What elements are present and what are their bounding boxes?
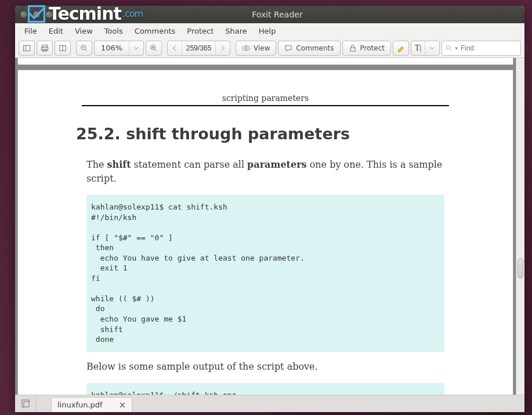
app-window: Foxit Reader File Edit View Tools Commen… <box>15 6 524 412</box>
sidebar-toggle-button[interactable] <box>19 41 35 56</box>
tabbar: linuxfun.pdf × <box>15 395 524 412</box>
protect-button[interactable]: Protect <box>342 41 391 56</box>
section-heading: 25.2. shift through parameters <box>76 125 455 143</box>
document-viewport[interactable]: scripting parameters 25.2. shift through… <box>15 58 524 395</box>
text-tool-button[interactable]: T| <box>411 41 425 55</box>
window-title: Foxit Reader <box>58 10 520 19</box>
prev-page-button[interactable] <box>168 41 182 55</box>
svg-point-18 <box>447 45 450 49</box>
svg-point-15 <box>243 46 249 50</box>
document-tab[interactable]: linuxfun.pdf × <box>51 397 132 412</box>
zoom-level[interactable]: 106% <box>94 41 144 56</box>
svg-rect-17 <box>350 48 355 51</box>
svg-rect-1 <box>23 45 30 51</box>
running-head: scripting parameters <box>82 93 449 106</box>
menubar: File Edit View Tools Comments Protect Sh… <box>15 23 524 38</box>
svg-line-9 <box>85 49 88 51</box>
scroll-thumb[interactable] <box>517 258 523 279</box>
prev-page-edge <box>17 58 513 65</box>
svg-rect-3 <box>42 45 48 47</box>
search-icon <box>446 44 452 52</box>
menu-comments[interactable]: Comments <box>129 24 181 38</box>
zoom-out-button[interactable] <box>76 41 92 56</box>
zoom-dropdown[interactable] <box>129 41 143 55</box>
menu-file[interactable]: File <box>19 24 43 38</box>
svg-line-12 <box>155 49 157 51</box>
protect-label: Protect <box>360 44 385 52</box>
comments-label: Comments <box>296 44 334 52</box>
find-input[interactable] <box>461 44 517 52</box>
close-tab-icon[interactable]: × <box>119 400 126 410</box>
page-current: 259 <box>186 44 198 52</box>
text-tool[interactable]: T| <box>411 41 440 56</box>
svg-line-19 <box>450 49 451 50</box>
page: scripting parameters 25.2. shift through… <box>17 70 513 395</box>
close-icon[interactable] <box>20 10 28 19</box>
text-tool-dropdown[interactable] <box>425 41 439 55</box>
vertical-scrollbar[interactable] <box>516 58 524 395</box>
tab-label: linuxfun.pdf <box>57 400 103 409</box>
svg-rect-20 <box>22 400 29 407</box>
menu-protect[interactable]: Protect <box>181 24 219 38</box>
menu-tools[interactable]: Tools <box>99 24 129 38</box>
find-dropdown-icon[interactable]: ▾ <box>455 45 458 51</box>
titlebar[interactable]: Foxit Reader <box>15 6 524 23</box>
page-total: 365 <box>200 44 211 52</box>
print-button[interactable] <box>37 41 53 56</box>
view-label: View <box>254 44 270 52</box>
comments-button[interactable]: Comments <box>278 41 340 56</box>
toolbar: 106% 259/365 View Comments Protect <box>15 38 524 58</box>
paragraph-2: Below is some sample output of the scrip… <box>86 360 444 374</box>
menu-share[interactable]: Share <box>219 24 253 38</box>
view-button[interactable]: View <box>236 41 276 56</box>
page-indicator[interactable]: 259/365 <box>182 41 216 55</box>
panel-toggle-button[interactable] <box>15 395 36 412</box>
svg-point-16 <box>245 47 247 49</box>
page-nav: 259/365 <box>167 41 230 56</box>
code-block-1: kahlan@solexp11$ cat shift.ksh #!/bin/ks… <box>86 195 444 352</box>
highlight-button[interactable] <box>393 41 409 56</box>
paragraph-1: The shift statement can parse all parame… <box>86 158 444 186</box>
next-page-button[interactable] <box>216 41 230 55</box>
zoom-value[interactable]: 106% <box>95 41 129 55</box>
svg-rect-4 <box>41 47 48 50</box>
menu-edit[interactable]: Edit <box>43 24 69 38</box>
find-box[interactable]: ▾ <box>441 41 521 56</box>
code-block-2: kahlan@solexp11$ ./shift.ksh one You gav… <box>86 383 444 395</box>
maximize-icon[interactable] <box>45 10 53 19</box>
minimize-icon[interactable] <box>32 10 41 19</box>
reading-mode-button[interactable] <box>55 41 71 56</box>
zoom-in-button[interactable] <box>146 41 162 56</box>
menu-view[interactable]: View <box>69 24 99 38</box>
menu-help[interactable]: Help <box>253 24 282 38</box>
